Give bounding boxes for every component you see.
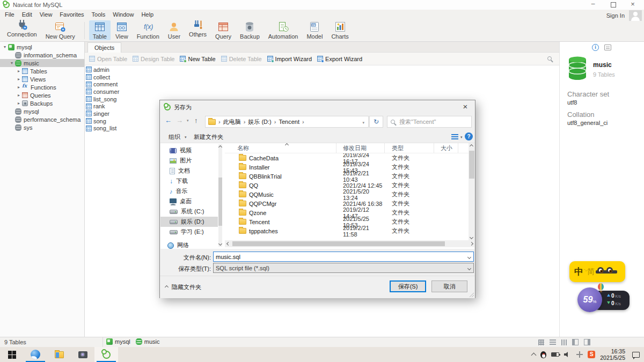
pane-l-view-icon[interactable]	[572, 339, 579, 345]
tree-item-information-schema[interactable]: information_schema	[0, 51, 84, 59]
toolbar-backup[interactable]: Backup	[236, 20, 264, 40]
table-row-comment[interactable]: comment	[86, 80, 559, 88]
taskbar-navicat[interactable]	[94, 347, 118, 362]
table-row-consumer[interactable]: consumer	[86, 88, 559, 95]
taskbar-explorer[interactable]	[47, 347, 71, 362]
minimize-button[interactable]	[585, 0, 601, 9]
breadcrumb-[interactable]: 此电脑	[223, 118, 241, 126]
tree-item-sys[interactable]: sys	[0, 123, 84, 131]
status-crumb-mysql[interactable]: mysql	[106, 338, 130, 345]
cancel-button[interactable]: 取消	[431, 280, 467, 292]
nav-[interactable]: 视频	[160, 145, 218, 156]
taskbar-start[interactable]	[0, 347, 24, 362]
tree-item-views[interactable]: ▸Views	[0, 75, 84, 83]
tree-item-queries[interactable]: ▸Queries	[0, 91, 84, 99]
menu-tools[interactable]: Tools	[88, 10, 109, 19]
nav-e[interactable]: 学习 (E:)	[160, 227, 218, 237]
breadcrumb-d[interactable]: 娱乐 (D:)	[248, 118, 271, 126]
tree-item-tables[interactable]: ▸Tables	[0, 67, 84, 75]
toolbar-table[interactable]: Table	[89, 20, 111, 40]
objbtn-export-wizard[interactable]: Export Wizard	[317, 56, 362, 62]
menu-edit[interactable]: Edit	[18, 10, 36, 19]
taskbar-screenshot[interactable]	[71, 347, 94, 362]
close-button[interactable]	[625, 0, 641, 9]
cols-view-icon[interactable]	[561, 339, 567, 345]
help-icon[interactable]	[465, 132, 473, 141]
list-view-icon[interactable]	[550, 339, 556, 345]
objbtn-new-table[interactable]: New Table	[180, 56, 215, 62]
nav-[interactable]: 图片	[160, 156, 218, 166]
caret-down-icon[interactable]	[460, 135, 463, 139]
memory-usage-circle[interactable]: 59 %	[577, 287, 602, 312]
column-size[interactable]: 大小	[434, 143, 458, 153]
chevron-collapsed-icon[interactable]: ▸	[16, 69, 22, 73]
column-date[interactable]: 修改日期	[336, 143, 385, 153]
caret-down-icon[interactable]: ▾	[22, 34, 24, 39]
sign-in-link[interactable]: Sign In	[606, 12, 625, 19]
column-name[interactable]: 名称	[225, 143, 336, 153]
nav-[interactable]: 下载	[160, 176, 218, 186]
refresh-icon[interactable]	[369, 116, 383, 128]
tree-item-functions[interactable]: ▸Functions	[0, 83, 84, 91]
caret-down-icon[interactable]	[362, 121, 364, 125]
maximize-button[interactable]	[605, 0, 621, 9]
volume-icon[interactable]	[564, 352, 572, 357]
filetype-select[interactable]: SQL script file (*.sql)	[213, 263, 474, 273]
status-crumb-music[interactable]: music	[136, 338, 160, 345]
hide-folders-button[interactable]: 隐藏文件夹	[165, 283, 201, 291]
nav-[interactable]: 音乐	[160, 186, 218, 196]
sogou-tray-icon[interactable]: S	[588, 351, 595, 358]
filename-input[interactable]	[216, 254, 452, 260]
chevron-collapsed-icon[interactable]: ▸	[16, 77, 22, 82]
menu-file[interactable]: File	[1, 10, 18, 19]
sogou-ime-widget[interactable]: 中 ·, 简	[569, 261, 625, 282]
avatar[interactable]	[629, 10, 642, 21]
toolbar-view[interactable]: View	[112, 20, 132, 40]
file-row-qqmusic[interactable]: QQMusic2021/5/20 13:24文件夹	[225, 190, 469, 199]
ime-tray-icon[interactable]	[576, 351, 583, 358]
combo-arrow-icon[interactable]	[467, 255, 471, 259]
dialog-close-button[interactable]	[457, 100, 474, 113]
pc-manager-speed-widget[interactable]: 0 K/s 0 K/s 59 %	[576, 284, 630, 314]
objbtn-import-wizard[interactable]: Import Wizard	[267, 56, 312, 62]
battery-icon[interactable]	[551, 352, 559, 357]
search-box[interactable]	[387, 116, 472, 128]
tree-item-performance-schema[interactable]: performance_schema	[0, 115, 84, 123]
nav-[interactable]: 桌面	[160, 196, 218, 206]
pane-r-view-icon[interactable]	[584, 339, 590, 345]
tab-objects[interactable]: Objects	[87, 42, 121, 53]
tree-item-backups[interactable]: ▸Backups	[0, 99, 84, 107]
search-input[interactable]	[399, 119, 464, 125]
toolbar-charts[interactable]: Charts	[327, 20, 352, 40]
details-icon[interactable]	[604, 45, 611, 50]
toolbar-new-query[interactable]: New Query	[42, 20, 79, 40]
tree-item-music[interactable]: ▾music	[0, 59, 84, 67]
menu-window[interactable]: Window	[109, 10, 137, 19]
file-scrollbar-vertical[interactable]	[469, 143, 475, 240]
menu-help[interactable]: Help	[137, 10, 157, 19]
nav-d[interactable]: 娱乐 (D:)	[160, 217, 218, 227]
tree-item-mysql[interactable]: ▾mysql	[0, 43, 84, 51]
nav-[interactable]: 网络	[160, 240, 218, 250]
taskbar-browser[interactable]	[24, 347, 47, 362]
back-icon[interactable]	[165, 116, 172, 124]
nav-c[interactable]: 系统 (C:)	[160, 206, 218, 217]
organize-button[interactable]: 组织	[169, 133, 180, 141]
toolbar-model[interactable]: BPModel	[303, 20, 326, 40]
grid-view-icon[interactable]	[538, 339, 544, 345]
breadcrumb-tencent[interactable]: Tencent	[279, 119, 299, 125]
info-icon[interactable]	[592, 44, 599, 51]
file-scrollbar-horizontal[interactable]	[225, 240, 475, 247]
toolbar-automation[interactable]: Automation	[265, 20, 302, 40]
nav-[interactable]: 文档	[160, 166, 218, 176]
table-row-collect[interactable]: collect	[86, 73, 559, 81]
resize-grip[interactable]	[469, 292, 474, 297]
save-button[interactable]: 保存(S)	[390, 280, 426, 292]
caret-down-icon[interactable]: ▾	[198, 34, 200, 39]
clock[interactable]: 16:35 2021/5/25	[600, 348, 625, 361]
toolbar-function[interactable]: f(x)Function	[133, 20, 163, 40]
table-row-admin[interactable]: admin	[86, 66, 559, 73]
menu-view[interactable]: View	[36, 10, 56, 19]
forward-icon[interactable]	[176, 116, 183, 124]
breadcrumb[interactable]: 此电脑娱乐 (D:)Tencent	[205, 116, 369, 128]
